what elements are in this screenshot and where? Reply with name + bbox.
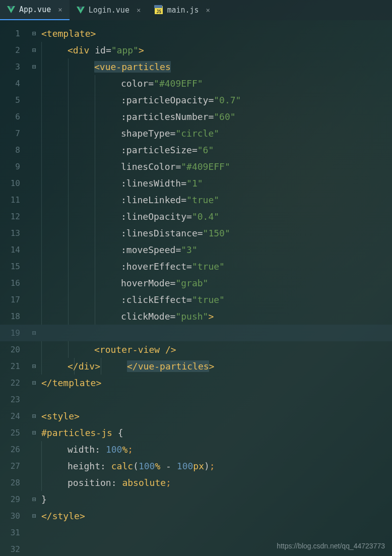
vue-icon: [77, 7, 85, 14]
code-line: shapeType="circle": [41, 125, 392, 142]
fold-column: ⊟ ⊟ ⊟ ⊟ ⊟ ⊟ ⊟ ⊟ ⊟ ⊟: [27, 20, 41, 556]
code-line: :clickEffect="true": [41, 291, 392, 308]
fold-icon[interactable]: ⊟: [27, 25, 41, 42]
code-line: height: calc(100% - 100px);: [41, 458, 392, 474]
code-line: [41, 524, 392, 541]
tab-login-vue[interactable]: Login.vue ×: [70, 0, 148, 20]
watermark-text: https://blog.csdn.net/qq_44723773: [277, 542, 385, 550]
code-line: }: [41, 491, 392, 508]
code-line: :particleSize="6": [41, 142, 392, 158]
tab-label: Login.vue: [89, 6, 129, 15]
code-line: linesColor="#409EFF": [41, 158, 392, 175]
close-icon[interactable]: ×: [137, 6, 141, 14]
code-line: <router-view />: [41, 341, 392, 358]
code-line: :particleOpacity="0.7": [41, 92, 392, 108]
code-line: <div id="app">: [41, 42, 392, 58]
js-icon: JS: [155, 6, 163, 14]
close-icon[interactable]: ×: [206, 6, 210, 14]
code-line: [41, 391, 392, 408]
fold-end-icon[interactable]: ⊟: [27, 375, 41, 391]
tab-app-vue[interactable]: App.vue ×: [0, 0, 70, 20]
code-line: </style>: [41, 508, 392, 524]
code-line: position: absolute;: [41, 474, 392, 491]
code-editor[interactable]: 1234 5678 9101112 13141516 17181920 2122…: [0, 20, 392, 556]
fold-end-icon[interactable]: ⊟: [27, 358, 41, 375]
tab-label: main.js: [167, 6, 199, 15]
code-line: :linesDistance="150": [41, 225, 392, 241]
fold-icon[interactable]: ⊟: [27, 408, 41, 424]
code-line: #particles-js {: [41, 424, 392, 441]
tab-main-js[interactable]: JS main.js ×: [148, 0, 217, 20]
code-area[interactable]: <template> <div id="app"> <vue-particles…: [41, 20, 392, 556]
vue-icon: [7, 6, 15, 13]
fold-icon[interactable]: ⊟: [27, 42, 41, 58]
code-line: <vue-particles: [41, 58, 392, 75]
line-gutter: 1234 5678 9101112 13141516 17181920 2122…: [0, 20, 27, 556]
tab-label: App.vue: [19, 5, 51, 14]
code-line: :lineOpacity="0.4": [41, 208, 392, 225]
code-line: clickMode="push">: [41, 308, 392, 325]
fold-icon[interactable]: ⊟: [27, 424, 41, 441]
fold-icon[interactable]: ⊟: [27, 58, 41, 75]
code-line: width: 100%;: [41, 441, 392, 458]
code-line: <template>: [41, 25, 392, 42]
fold-end-icon[interactable]: ⊟: [27, 508, 41, 524]
code-line: </template>: [41, 375, 392, 391]
tab-bar: App.vue × Login.vue × JS main.js ×: [0, 0, 392, 20]
code-line: <style>: [41, 408, 392, 424]
code-line: color="#409EFF": [41, 75, 392, 92]
close-icon[interactable]: ×: [58, 6, 62, 14]
code-line: </vue-particles>: [0, 325, 392, 341]
code-line: :lineLinked="true": [41, 192, 392, 208]
fold-end-icon[interactable]: ⊟: [27, 491, 41, 508]
code-line: :particlesNumber="60": [41, 108, 392, 125]
code-line: :linesWidth="1": [41, 175, 392, 192]
code-line: hoverMode="grab": [41, 275, 392, 291]
code-line: :moveSpeed="3": [41, 241, 392, 258]
code-line: :hoverEffect="true": [41, 258, 392, 275]
